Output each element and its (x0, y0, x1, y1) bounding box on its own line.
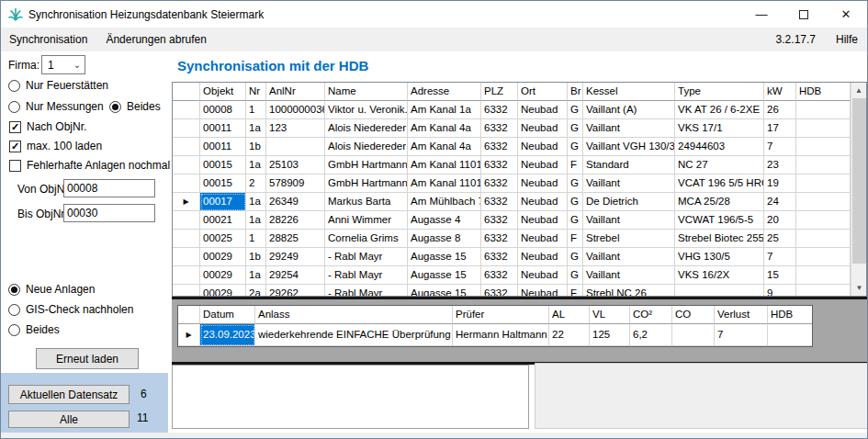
row-selector[interactable]: ▶ (173, 193, 200, 211)
cell[interactable]: Am Kanal 1a (408, 101, 481, 119)
row-selector[interactable] (173, 174, 200, 193)
cell[interactable]: Vaillant (A) (583, 101, 675, 119)
cell[interactable]: Strebl NC 26 (583, 285, 675, 297)
cell[interactable]: NC 27 (675, 156, 764, 174)
cell[interactable]: 00021 (200, 211, 246, 230)
cell[interactable]: Neubad (518, 119, 568, 138)
column-header[interactable]: HDB (768, 306, 813, 324)
cell[interactable]: Am Kanal 1101 (408, 174, 481, 193)
cell[interactable]: Augasse 15 (408, 266, 481, 285)
cell[interactable]: 6332 (481, 119, 518, 138)
cell[interactable]: 2a (246, 285, 266, 297)
cell[interactable]: 6332 (481, 174, 518, 193)
cell[interactable]: G (568, 266, 583, 285)
cell[interactable]: wiederkehrende EINFACHE Überprüfung (255, 324, 453, 346)
column-header[interactable]: kW (764, 83, 796, 101)
cell[interactable]: 00029 (200, 266, 246, 285)
scrollbar-thumb[interactable] (852, 98, 866, 264)
von-objnr-input[interactable] (63, 179, 155, 197)
vertical-scrollbar[interactable]: ▲ ▼ (851, 83, 866, 296)
cell[interactable] (796, 230, 851, 248)
cell[interactable]: Am Kanal 1101 (408, 156, 481, 174)
cell[interactable]: 6332 (481, 211, 518, 230)
cell[interactable]: Anni Wimmer (325, 211, 408, 230)
column-header[interactable]: AL (549, 306, 590, 324)
cell[interactable] (796, 211, 851, 230)
cell[interactable]: Neubad (518, 211, 568, 230)
cell[interactable] (796, 193, 851, 211)
row-selector-header[interactable] (173, 83, 200, 101)
table-row[interactable]: ▶23.09.2023wiederkehrende EINFACHE Überp… (178, 324, 812, 346)
checkbox-fehlerhafte-anlagen[interactable]: Fehlerhafte Anlagen nochmal (9, 159, 170, 172)
cell[interactable]: 17 (764, 119, 796, 138)
cell[interactable]: Neubad (518, 138, 568, 156)
cell[interactable]: 00017 (200, 193, 246, 211)
cell[interactable]: 6332 (481, 230, 518, 248)
row-selector-header[interactable] (178, 306, 200, 324)
cell[interactable]: 9 (764, 285, 796, 297)
column-header[interactable]: Ort (518, 83, 568, 101)
cell[interactable]: 26 (764, 101, 796, 119)
cell[interactable]: VKS 16/2X (675, 266, 764, 285)
row-selector[interactable] (173, 211, 200, 230)
cell[interactable]: 26349 (266, 193, 325, 211)
cell[interactable]: G (568, 138, 583, 156)
cell[interactable]: Viktor u. Veronik... (325, 101, 408, 119)
cell[interactable]: Markus Barta (325, 193, 408, 211)
radio-beides-mode[interactable]: Beides (8, 323, 60, 336)
erneut-laden-button[interactable]: Erneut laden (36, 348, 139, 369)
row-selector[interactable] (173, 138, 200, 156)
maximize-icon[interactable] (783, 1, 825, 28)
cell[interactable]: G (568, 174, 583, 193)
cell[interactable]: 1b (246, 138, 266, 156)
cell[interactable]: F (568, 285, 583, 297)
row-selector[interactable]: ▶ (178, 324, 200, 346)
cell[interactable]: 29249 (266, 248, 325, 266)
column-header[interactable]: Kessel (583, 83, 675, 101)
cell[interactable] (796, 156, 851, 174)
table-row[interactable]: ▶000171a26349Markus BartaAm Mühlbach 763… (173, 193, 866, 211)
cell[interactable]: G (568, 119, 583, 138)
column-header[interactable]: Name (325, 83, 408, 101)
cell[interactable] (796, 248, 851, 266)
cell[interactable]: VKS 17/1 (675, 119, 764, 138)
cell[interactable]: Am Kanal 4a (408, 119, 481, 138)
cell[interactable]: Am Kanal 4a (408, 138, 481, 156)
checkbox-nach-objnr[interactable]: Nach ObjNr. (9, 120, 86, 133)
cell[interactable]: 2 (246, 174, 266, 193)
table-row[interactable]: 000291a29254- Rabl MayrAugasse 156332Neu… (173, 266, 866, 285)
column-header[interactable]: Prüfer (453, 306, 549, 324)
table-row[interactable]: 000151a25103GmbH HartmannAm Kanal 110163… (173, 156, 866, 174)
cell[interactable]: 6,2 (630, 324, 672, 346)
column-header[interactable]: Datum (200, 306, 255, 324)
cell[interactable] (796, 266, 851, 285)
cell[interactable]: Hermann Haltmann (453, 324, 549, 346)
menu-hilfe[interactable]: Hilfe (836, 33, 858, 46)
cell[interactable] (796, 138, 851, 156)
column-header[interactable]: CO² (630, 306, 672, 324)
radio-gis-check-nachholen[interactable]: GIS-Check nachholen (8, 303, 133, 316)
radio-nur-messungen[interactable]: Nur Messungen (8, 100, 104, 113)
table-row[interactable]: 000211a28226Anni WimmerAugasse 46332Neub… (173, 211, 866, 230)
column-header[interactable]: Br (568, 83, 583, 101)
cell[interactable]: 29262 (266, 285, 325, 297)
cell[interactable] (675, 285, 764, 297)
cell[interactable]: Neubad (518, 101, 568, 119)
cell[interactable]: 15 (764, 266, 796, 285)
column-header[interactable]: HDB (796, 83, 851, 101)
cell[interactable]: Neubad (518, 193, 568, 211)
cell[interactable]: G (568, 211, 583, 230)
cell[interactable]: Vaillant (583, 211, 675, 230)
cell[interactable]: 7 (715, 324, 768, 346)
cell[interactable]: 1000000036 (266, 101, 325, 119)
cell[interactable]: MCA 25/28 (675, 193, 764, 211)
cell[interactable]: 1a (246, 266, 266, 285)
column-header[interactable]: CO (672, 306, 715, 324)
cell[interactable]: 6332 (481, 248, 518, 266)
column-header[interactable]: Nr (246, 83, 266, 101)
cell[interactable]: Am Mühlbach 7 (408, 193, 481, 211)
cell[interactable]: 1 (246, 230, 266, 248)
cell[interactable]: 1a (246, 119, 266, 138)
cell[interactable]: 578909 (266, 174, 325, 193)
cell[interactable] (796, 101, 851, 119)
